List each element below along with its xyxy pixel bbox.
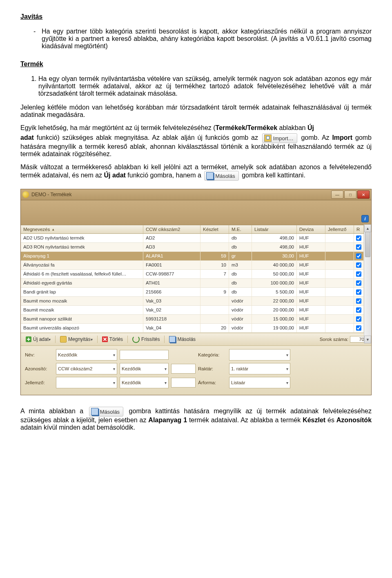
filter-panel: Név: Kezdődik Kategória: Azonosító: CCW … xyxy=(21,346,371,395)
masolas-button[interactable]: Másolás xyxy=(167,335,198,343)
label-azonosito: Azonosító: xyxy=(25,366,53,371)
table-row[interactable]: Baumit nanopor szilikát59931218vödör15 0… xyxy=(21,315,371,324)
uj-adat-button[interactable]: Új adat xyxy=(23,336,53,343)
megnyitas-button[interactable]: Megnyitás xyxy=(58,335,95,343)
label-kategoria: Kategória: xyxy=(198,352,227,357)
label-arforma: Árforma: xyxy=(198,380,227,385)
paragraph-1: Jelenleg kétféle módon van lehetőség kor… xyxy=(20,104,372,119)
table-row[interactable]: Baumit univerzális alapozóVak_0420vödör1… xyxy=(21,324,371,333)
delete-icon xyxy=(102,336,108,342)
grid-header[interactable]: Megnevezés CCW cikkszám2 Készlet M.E. Li… xyxy=(21,225,371,234)
label-raktar: Raktár: xyxy=(198,366,227,371)
info-icon[interactable]: i xyxy=(361,215,369,222)
col-ccw: CCW cikkszám2 xyxy=(143,225,200,233)
heading-termek: Termék xyxy=(20,60,43,67)
table-row[interactable]: Áthidaló egyedi gyártásATH01db100 000,00… xyxy=(21,279,371,288)
paragraph-3: adat funkció) szükséges ablak megnyitása… xyxy=(20,133,372,158)
paragraph-4: Másik változat a termékkereső ablakban k… xyxy=(20,164,372,181)
row-checkbox[interactable] xyxy=(356,298,361,304)
col-me: M.E. xyxy=(229,225,252,233)
import-button[interactable]: Import… xyxy=(262,133,297,143)
nev-mode-select[interactable]: Kezdődik xyxy=(56,349,117,361)
window-title: DEMO - Termékek xyxy=(31,192,331,197)
row-checkbox[interactable] xyxy=(356,316,361,322)
masolas-button-inline-1[interactable]: Másolás xyxy=(204,171,238,181)
open-icon xyxy=(60,336,67,343)
bottom-toolbar: Új adat Megnyitás Törlés Frissítés Másol… xyxy=(21,333,371,346)
row-checkbox[interactable] xyxy=(356,244,361,250)
row-checkbox[interactable] xyxy=(356,235,361,241)
azonosito-input[interactable] xyxy=(171,364,196,374)
scroll-down-icon[interactable]: ▼ xyxy=(364,336,371,343)
row-checkbox[interactable] xyxy=(356,307,361,313)
import-icon xyxy=(264,134,272,142)
termek-list-item: Ha egy olyan termék nyilvántartásba véte… xyxy=(38,75,372,97)
plus-icon xyxy=(26,336,31,342)
kategoria-select[interactable] xyxy=(229,349,290,361)
table-row[interactable]: Baumit mozaikVak_02vödör20 000,00HUF xyxy=(21,306,371,315)
minimize-button[interactable]: — xyxy=(331,190,343,199)
table-row[interactable]: Baumit mono mozaikVak_03vödör22 000,00HU… xyxy=(21,297,371,306)
dash-bullet: - xyxy=(33,28,42,50)
label-nev: Név: xyxy=(25,352,53,357)
jellemzo-type-select[interactable] xyxy=(56,377,117,388)
col-listaar: Listaár xyxy=(252,225,297,233)
azonosito-mode-select[interactable]: Kezdődik xyxy=(120,363,169,374)
copy-icon xyxy=(169,336,176,343)
table-row[interactable]: AD3 RON nyilvtartású termékAD3db498,00HU… xyxy=(21,243,371,252)
ribbon-area: i xyxy=(21,200,371,225)
scrollbar-vertical[interactable]: ▲ ▼ xyxy=(364,224,371,343)
col-keszlet: Készlet xyxy=(200,225,229,233)
maximize-button[interactable]: □ xyxy=(344,190,356,199)
javitas-text: Ha egy partner több kategória szerinti b… xyxy=(42,28,372,50)
jellemzo-mode-select[interactable]: Kezdődik xyxy=(120,377,169,388)
row-count: Sorok száma: 70 xyxy=(320,336,369,343)
row-checkbox[interactable] xyxy=(356,271,361,277)
paragraph-5: A minta ablakban a Másolás gombra kattin… xyxy=(20,407,372,431)
app-window: DEMO - Termékek — □ ✕ i Megnevezés CCW c… xyxy=(20,189,372,395)
label-jellemzo: Jellemző: xyxy=(25,380,53,385)
titlebar: DEMO - Termékek — □ ✕ xyxy=(21,189,371,200)
azonosito-type-select[interactable]: CCW cikkszám2 xyxy=(56,363,117,374)
masolas-button-inline-2[interactable]: Másolás xyxy=(89,407,123,417)
col-jellemzo: Jellemző xyxy=(325,225,354,233)
torles-button[interactable]: Törlés xyxy=(100,336,125,343)
jellemzo-input[interactable] xyxy=(171,378,196,388)
scroll-up-icon[interactable]: ▲ xyxy=(364,224,371,232)
scroll-thumb[interactable] xyxy=(365,232,370,257)
arforma-select[interactable]: Listaár xyxy=(229,377,290,388)
col-deviza: Deviza xyxy=(297,225,325,233)
close-button[interactable]: ✕ xyxy=(357,190,370,199)
col-megnevezes: Megnevezés xyxy=(21,225,143,233)
col-r: R xyxy=(354,225,364,233)
product-grid: Megnevezés CCW cikkszám2 Készlet M.E. Li… xyxy=(21,225,371,333)
copy-icon xyxy=(206,172,214,179)
paragraph-2: Egyik lehetőség, ha már megtörtént az új… xyxy=(20,124,372,132)
raktar-select[interactable]: 1. raktár xyxy=(229,363,290,374)
table-row[interactable]: Bandi gránit lap2156669db5 500,00HUF xyxy=(21,288,371,297)
table-row[interactable]: Alapanyag 1ALAPA159gr30,00HUF xyxy=(21,252,371,261)
table-row[interactable]: AD2 USD nyilvtartású termékAD2db498,00HU… xyxy=(21,234,371,243)
heading-javitas: Javítás xyxy=(20,13,42,20)
frissites-button[interactable]: Frissítés xyxy=(130,335,162,344)
row-checkbox[interactable] xyxy=(356,280,361,286)
row-checkbox[interactable] xyxy=(356,325,361,331)
refresh-icon xyxy=(132,336,140,343)
app-icon xyxy=(22,191,29,198)
nev-input[interactable] xyxy=(120,350,169,360)
row-checkbox[interactable] xyxy=(356,262,361,268)
row-checkbox[interactable] xyxy=(356,289,361,295)
row-checkbox[interactable] xyxy=(356,253,361,259)
table-row[interactable]: Állványozási faFA000110m340 000,00HUF xyxy=(21,261,371,270)
copy-icon xyxy=(91,408,98,415)
table-row[interactable]: Áthidaló 6 m (feszített vasalással, felf… xyxy=(21,270,371,279)
